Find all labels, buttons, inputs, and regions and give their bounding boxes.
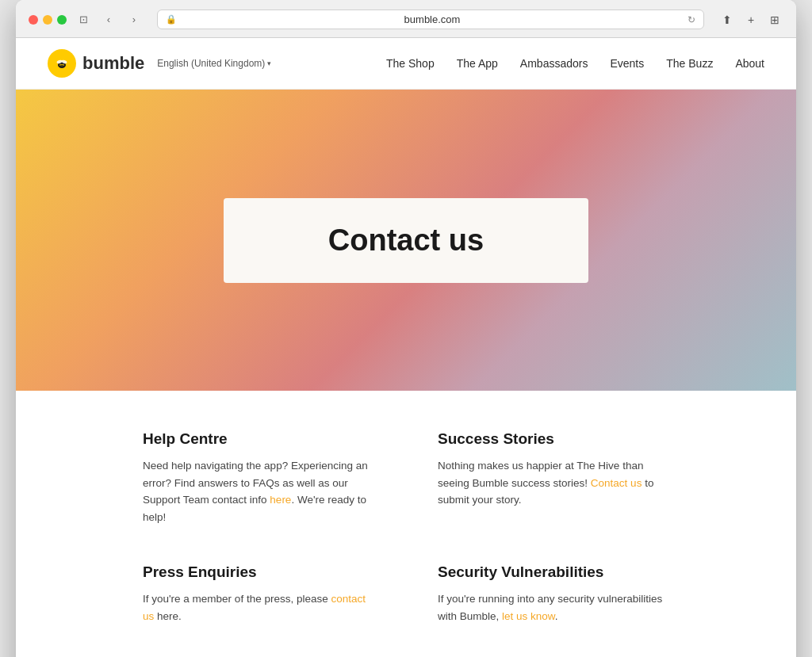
security-link[interactable]: let us know xyxy=(502,610,555,622)
card-success-body: Nothing makes us happier at The Hive tha… xyxy=(438,457,669,509)
close-button[interactable] xyxy=(29,15,38,25)
contact-title-box: Contact us xyxy=(224,198,588,283)
sidebar-toggle-button[interactable]: ⊡ xyxy=(75,11,92,29)
nav-links: The Shop The App Ambassadors Events The … xyxy=(386,57,764,70)
page-title: Contact us xyxy=(287,223,525,258)
address-bar[interactable]: 🔒 bumble.com ↻ xyxy=(157,10,704,29)
new-tab-button[interactable]: + xyxy=(742,11,760,29)
card-security-body: If you're running into any security vuln… xyxy=(438,590,669,625)
url-text: bumble.com xyxy=(182,13,683,25)
maximize-button[interactable] xyxy=(57,15,67,25)
language-selector[interactable]: English (United Kingdom) ▾ xyxy=(157,58,271,69)
browser-titlebar: ⊡ ‹ › 🔒 bumble.com ↻ ⬆ + ⊞ xyxy=(16,0,796,38)
share-button[interactable]: ⬆ xyxy=(718,11,736,29)
nav-link-buzz[interactable]: The Buzz xyxy=(666,57,713,70)
card-press-enquiries: Press Enquiries If you're a member of th… xyxy=(143,563,374,625)
card-success-stories: Success Stories Nothing makes us happier… xyxy=(438,430,669,525)
card-press-title: Press Enquiries xyxy=(143,563,374,581)
card-press-body: If you're a member of the press, please … xyxy=(143,590,374,625)
content-grid: Help Centre Need help navigating the app… xyxy=(143,430,669,657)
card-security-title: Security Vulnerabilities xyxy=(438,563,669,581)
content-section: Help Centre Need help navigating the app… xyxy=(16,391,796,657)
svg-rect-5 xyxy=(60,64,63,65)
lang-label: English (United Kingdom) xyxy=(157,58,265,69)
security-icon: 🔒 xyxy=(166,14,177,25)
nav-link-app[interactable]: The App xyxy=(457,57,498,70)
navbar: bumble English (United Kingdom) ▾ The Sh… xyxy=(16,38,796,90)
traffic-lights xyxy=(29,15,67,25)
card-success-title: Success Stories xyxy=(438,430,669,448)
tabs-button[interactable]: ⊞ xyxy=(766,11,783,29)
card-security: Security Vulnerabilities If you're runni… xyxy=(438,563,669,625)
reload-button[interactable]: ↻ xyxy=(688,14,695,25)
back-button[interactable]: ‹ xyxy=(100,11,117,29)
help-centre-link[interactable]: here xyxy=(270,494,291,506)
press-text-before: If you're a member of the press, please xyxy=(143,593,331,605)
page-content: bumble English (United Kingdom) ▾ The Sh… xyxy=(16,38,796,657)
chevron-down-icon: ▾ xyxy=(267,59,271,67)
logo-icon xyxy=(48,49,76,78)
forward-button[interactable]: › xyxy=(125,11,143,29)
svg-rect-6 xyxy=(60,65,63,66)
nav-link-ambassadors[interactable]: Ambassadors xyxy=(520,57,588,70)
nav-link-shop[interactable]: The Shop xyxy=(386,57,435,70)
browser-actions: ⬆ + ⊞ xyxy=(718,11,783,29)
security-text-after: . xyxy=(555,610,558,622)
hero-section: Contact us xyxy=(16,90,796,391)
minimize-button[interactable] xyxy=(43,15,52,25)
card-help-centre: Help Centre Need help navigating the app… xyxy=(143,430,374,525)
browser-window: ⊡ ‹ › 🔒 bumble.com ↻ ⬆ + ⊞ xyxy=(16,0,796,657)
card-help-centre-title: Help Centre xyxy=(143,430,374,448)
success-contact-link[interactable]: Contact us xyxy=(591,477,642,489)
logo-text: bumble xyxy=(82,53,144,74)
logo-container[interactable]: bumble xyxy=(48,49,144,78)
press-text-after: here. xyxy=(154,610,182,622)
card-help-centre-body: Need help navigating the app? Experienci… xyxy=(143,457,374,525)
nav-link-events[interactable]: Events xyxy=(610,57,644,70)
nav-link-about[interactable]: About xyxy=(735,57,764,70)
